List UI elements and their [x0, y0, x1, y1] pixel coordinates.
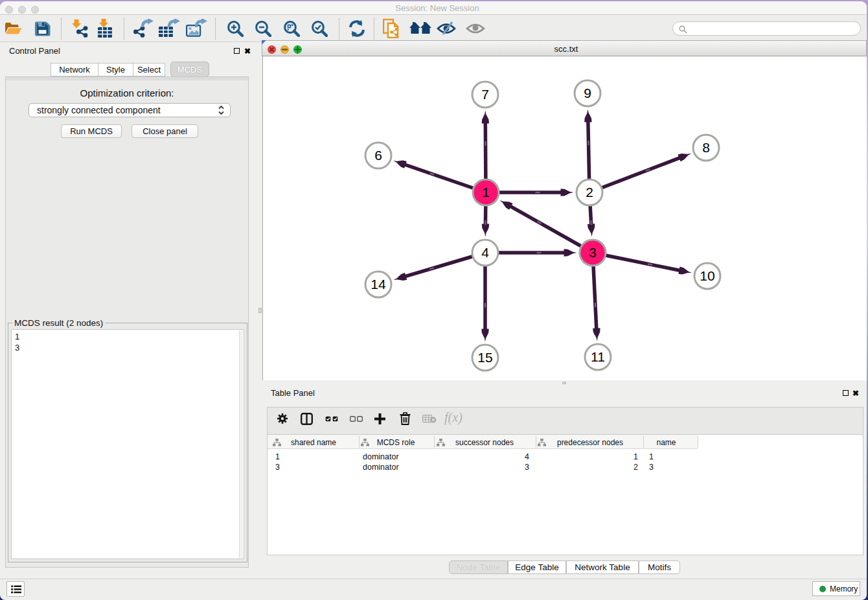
svg-text:9: 9 — [584, 86, 591, 100]
svg-text:7: 7 — [481, 87, 489, 102]
svg-text:2: 2 — [586, 185, 593, 200]
svg-text:4: 4 — [481, 245, 489, 260]
svg-text:6: 6 — [374, 148, 382, 163]
svg-text:10: 10 — [700, 268, 714, 283]
svg-text:8: 8 — [702, 140, 710, 155]
svg-text:15: 15 — [477, 350, 492, 365]
svg-text:1: 1 — [482, 185, 490, 200]
svg-text:11: 11 — [591, 349, 605, 364]
svg-text:14: 14 — [371, 277, 386, 292]
svg-text:3: 3 — [589, 245, 597, 260]
